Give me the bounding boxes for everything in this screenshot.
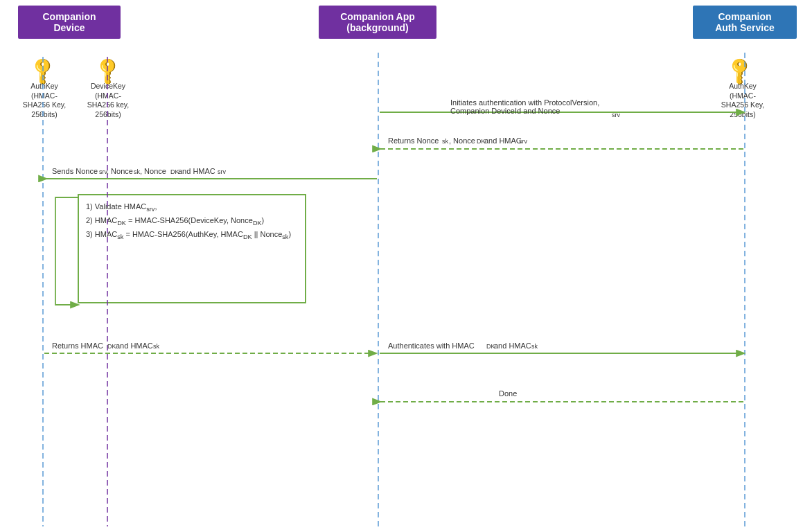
label-sends2: , Nonce [107, 167, 133, 175]
label-dk-sub3: DK [107, 343, 116, 350]
sequence-diagram: Companion Device Companion App (backgrou… [0, 0, 812, 532]
diagram-svg: Initiates authentication with ProtocolVe… [0, 0, 812, 532]
label-initiates-auth2: Companion DeviceId and Nonce [450, 107, 560, 115]
label-sends3: , Nonce [140, 167, 166, 175]
label-initiates-auth: Initiates authentication with ProtocolVe… [450, 98, 599, 107]
label-srv-sub4: srv [218, 168, 226, 175]
process-loop-arrow [55, 197, 78, 305]
label-authenticates: Authenticates with HMAC [388, 342, 475, 350]
label-srv-sub: srv [612, 112, 620, 118]
label-sk-sub: sk [442, 138, 449, 145]
label-sk-sub4: sk [531, 343, 538, 350]
label-returns-nonce: Returns Nonce [388, 136, 439, 145]
label-and-hmac2: and HMAC [116, 342, 153, 350]
label-returns-hmac: Returns HMAC [52, 342, 103, 350]
label-and-hmac: and HMAC [484, 136, 522, 145]
label-sends-nonces: Sends Nonce [52, 167, 98, 175]
label-sk-sub3: sk [153, 343, 160, 350]
label-sends4: and HMAC [178, 167, 215, 175]
label-and-hmac3: and HMAC [494, 342, 531, 350]
label-comma-nonce: , Nonce [449, 136, 475, 145]
label-done: Done [499, 389, 517, 398]
label-srv-sub2: srv [519, 138, 527, 145]
